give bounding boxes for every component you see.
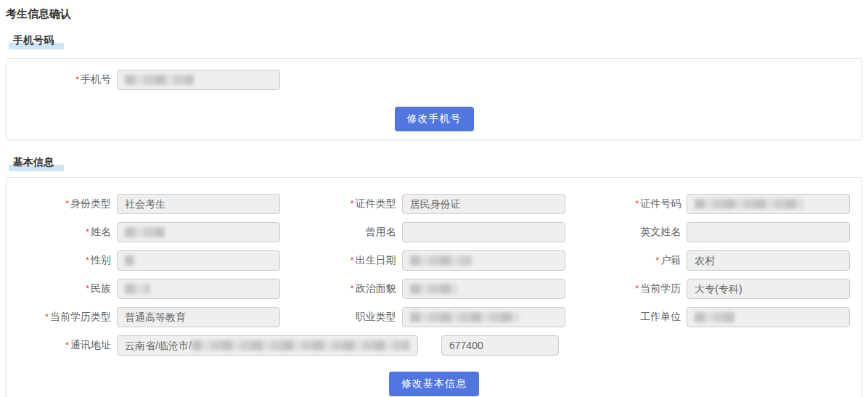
- education-type-label-text: 当前学历类型: [50, 311, 111, 322]
- former-name-label-text: 曾用名: [366, 226, 396, 237]
- occupation-label-text: 职业类型: [356, 311, 396, 322]
- cert-number-input: [687, 194, 850, 214]
- gender-label-text: 性别: [91, 254, 111, 266]
- cert-type-value: 居民身份证: [410, 198, 461, 210]
- section-header-phone-label: 手机号码: [9, 34, 64, 49]
- birth-date-label: *出生日期: [292, 254, 402, 267]
- required-marker: *: [351, 255, 354, 266]
- field-household: *户籍 农村: [576, 250, 861, 271]
- field-cert-number: *证件号码: [576, 194, 861, 214]
- page-title: 考生信息确认: [6, 7, 868, 21]
- education-type-label: *当前学历类型: [7, 311, 117, 324]
- birth-date-label-text: 出生日期: [356, 254, 396, 266]
- postal-code-input: 677400: [441, 335, 559, 356]
- cert-number-label-text: 证件号码: [640, 197, 681, 209]
- required-marker: *: [86, 226, 89, 237]
- ethnicity-label-text: 民族: [91, 282, 111, 294]
- change-basic-info-button[interactable]: 修改基本信息: [389, 372, 479, 396]
- field-name: *姓名: [7, 222, 292, 242]
- household-label-text: 户籍: [660, 254, 681, 266]
- education-input: 大专(专科): [687, 279, 850, 299]
- required-marker: *: [86, 255, 89, 266]
- english-name-input: [687, 222, 850, 242]
- education-label-text: 当前学历: [640, 282, 681, 294]
- change-phone-button[interactable]: 修改手机号: [395, 107, 474, 131]
- political-label-text: 政治面貌: [356, 282, 396, 294]
- redacted-value: [410, 312, 519, 322]
- occupation-label: 职业类型: [292, 311, 402, 324]
- former-name-input: [402, 222, 565, 242]
- english-name-label: 英文姓名: [576, 226, 687, 239]
- phone-label-text: 手机号: [81, 73, 111, 85]
- field-former-name: 曾用名: [292, 222, 577, 242]
- cert-type-label-text: 证件类型: [356, 197, 396, 209]
- redacted-value: [125, 284, 150, 294]
- basic-info-grid: *身份类型 社会考生 *证件类型 居民身份证 *证件号码 *姓名 曾用名 英文姓…: [7, 178, 861, 327]
- field-identity-type: *身份类型 社会考生: [7, 194, 292, 214]
- field-occupation: 职业类型: [292, 307, 577, 327]
- required-marker: *: [655, 255, 659, 266]
- required-marker: *: [635, 198, 639, 209]
- phone-panel: *手机号 修改手机号: [6, 58, 862, 140]
- section-header-basic: 基本信息: [9, 155, 868, 171]
- address-label: *通讯地址: [7, 339, 117, 352]
- required-marker: *: [45, 311, 49, 322]
- education-type-input: 普通高等教育: [117, 307, 280, 327]
- basic-button-row: 修改基本信息: [7, 372, 861, 397]
- field-employer: 工作单位: [576, 307, 861, 327]
- political-input: [402, 279, 565, 299]
- phone-field: *手机号: [7, 59, 861, 90]
- basic-info-panel: *身份类型 社会考生 *证件类型 居民身份证 *证件号码 *姓名 曾用名 英文姓…: [6, 177, 862, 397]
- address-input: 云南省/临沧市/: [117, 335, 418, 356]
- employer-input: [687, 307, 850, 327]
- candidate-info-page: 考生信息确认 手机号码 *手机号 修改手机号 基本信息 *身份类型 社会考生 *…: [0, 7, 868, 397]
- education-type-value: 普通高等教育: [125, 311, 186, 323]
- gender-label: *性别: [7, 254, 117, 267]
- redacted-value: [125, 255, 134, 266]
- ethnicity-label: *民族: [7, 282, 117, 295]
- address-value: 云南省/临沧市/: [125, 340, 192, 351]
- phone-input: [117, 70, 280, 90]
- field-gender: *性别: [7, 250, 292, 271]
- cert-type-input: 居民身份证: [402, 194, 565, 214]
- field-birth-date: *出生日期: [292, 250, 577, 271]
- cert-type-label: *证件类型: [292, 197, 402, 210]
- field-cert-type: *证件类型 居民身份证: [292, 194, 577, 214]
- required-marker: *: [65, 340, 69, 351]
- employer-label-text: 工作单位: [640, 311, 681, 322]
- education-label: *当前学历: [576, 282, 687, 295]
- name-input: [117, 222, 280, 242]
- required-marker: *: [75, 74, 79, 85]
- redacted-value: [410, 284, 457, 294]
- phone-button-row: 修改手机号: [7, 107, 861, 139]
- section-header-basic-label: 基本信息: [9, 156, 64, 171]
- required-marker: *: [351, 283, 354, 294]
- gender-input: [117, 250, 280, 271]
- redacted-value: [410, 255, 472, 266]
- required-marker: *: [65, 198, 69, 209]
- field-address: *通讯地址 云南省/临沧市/ 677400: [7, 335, 861, 356]
- field-education-type: *当前学历类型 普通高等教育: [7, 307, 292, 327]
- identity-type-label: *身份类型: [7, 197, 117, 210]
- redacted-value: [695, 312, 734, 322]
- household-label: *户籍: [576, 254, 687, 267]
- name-label-text: 姓名: [91, 226, 111, 237]
- education-value: 大专(专科): [695, 283, 742, 295]
- section-header-phone: 手机号码: [9, 33, 868, 49]
- former-name-label: 曾用名: [292, 226, 402, 239]
- ethnicity-input: [117, 279, 280, 299]
- redacted-value: [192, 340, 409, 351]
- phone-label: *手机号: [7, 73, 117, 86]
- household-input: 农村: [687, 250, 850, 271]
- field-political: *政治面貌: [292, 279, 577, 299]
- political-label: *政治面貌: [292, 282, 402, 295]
- english-name-label-text: 英文姓名: [640, 226, 681, 237]
- required-marker: *: [351, 198, 354, 209]
- birth-date-input: [402, 250, 565, 271]
- redacted-value: [125, 227, 165, 237]
- identity-type-input: 社会考生: [117, 194, 280, 214]
- identity-type-label-text: 身份类型: [70, 197, 111, 209]
- household-value: 农村: [695, 255, 715, 266]
- employer-label: 工作单位: [576, 311, 687, 324]
- required-marker: *: [635, 283, 639, 294]
